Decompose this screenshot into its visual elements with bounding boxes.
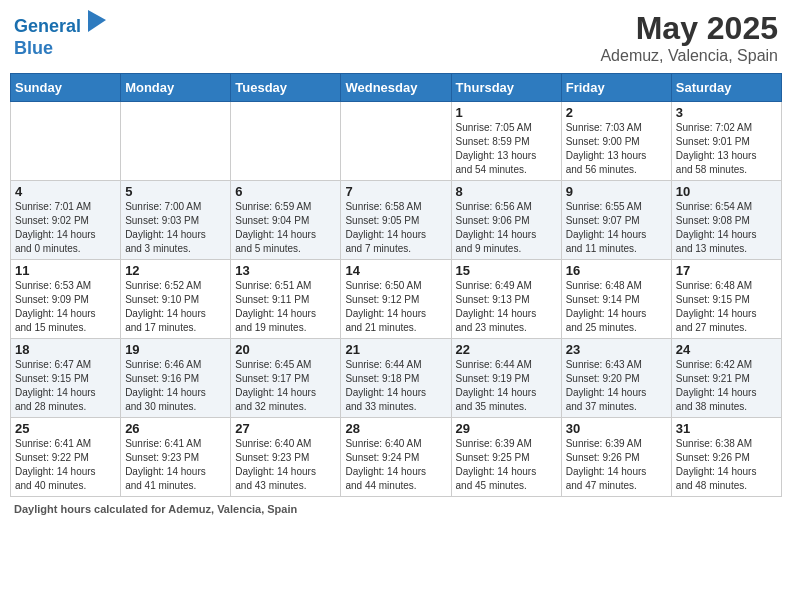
calendar-cell: 30Sunrise: 6:39 AM Sunset: 9:26 PM Dayli… — [561, 418, 671, 497]
calendar-cell: 23Sunrise: 6:43 AM Sunset: 9:20 PM Dayli… — [561, 339, 671, 418]
calendar-cell: 16Sunrise: 6:48 AM Sunset: 9:14 PM Dayli… — [561, 260, 671, 339]
calendar-cell — [341, 102, 451, 181]
day-number: 10 — [676, 184, 777, 199]
day-number: 12 — [125, 263, 226, 278]
day-header-saturday: Saturday — [671, 74, 781, 102]
day-info: Sunrise: 6:40 AM Sunset: 9:23 PM Dayligh… — [235, 437, 336, 493]
day-number: 14 — [345, 263, 446, 278]
day-info: Sunrise: 6:44 AM Sunset: 9:18 PM Dayligh… — [345, 358, 446, 414]
calendar-cell: 5Sunrise: 7:00 AM Sunset: 9:03 PM Daylig… — [121, 181, 231, 260]
logo-icon — [88, 10, 106, 32]
day-number: 15 — [456, 263, 557, 278]
day-number: 17 — [676, 263, 777, 278]
calendar-cell: 8Sunrise: 6:56 AM Sunset: 9:06 PM Daylig… — [451, 181, 561, 260]
day-number: 5 — [125, 184, 226, 199]
calendar-cell: 24Sunrise: 6:42 AM Sunset: 9:21 PM Dayli… — [671, 339, 781, 418]
calendar-cell: 19Sunrise: 6:46 AM Sunset: 9:16 PM Dayli… — [121, 339, 231, 418]
calendar-cell: 2Sunrise: 7:03 AM Sunset: 9:00 PM Daylig… — [561, 102, 671, 181]
day-number: 27 — [235, 421, 336, 436]
day-number: 13 — [235, 263, 336, 278]
day-info: Sunrise: 6:59 AM Sunset: 9:04 PM Dayligh… — [235, 200, 336, 256]
day-info: Sunrise: 6:44 AM Sunset: 9:19 PM Dayligh… — [456, 358, 557, 414]
calendar-week-row: 4Sunrise: 7:01 AM Sunset: 9:02 PM Daylig… — [11, 181, 782, 260]
day-info: Sunrise: 6:46 AM Sunset: 9:16 PM Dayligh… — [125, 358, 226, 414]
calendar-cell: 9Sunrise: 6:55 AM Sunset: 9:07 PM Daylig… — [561, 181, 671, 260]
day-info: Sunrise: 6:53 AM Sunset: 9:09 PM Dayligh… — [15, 279, 116, 335]
calendar-cell: 6Sunrise: 6:59 AM Sunset: 9:04 PM Daylig… — [231, 181, 341, 260]
calendar-cell: 22Sunrise: 6:44 AM Sunset: 9:19 PM Dayli… — [451, 339, 561, 418]
day-number: 19 — [125, 342, 226, 357]
day-info: Sunrise: 6:41 AM Sunset: 9:23 PM Dayligh… — [125, 437, 226, 493]
calendar-header-row: SundayMondayTuesdayWednesdayThursdayFrid… — [11, 74, 782, 102]
calendar-cell — [121, 102, 231, 181]
day-info: Sunrise: 6:41 AM Sunset: 9:22 PM Dayligh… — [15, 437, 116, 493]
day-number: 4 — [15, 184, 116, 199]
calendar-cell: 4Sunrise: 7:01 AM Sunset: 9:02 PM Daylig… — [11, 181, 121, 260]
day-number: 8 — [456, 184, 557, 199]
day-number: 1 — [456, 105, 557, 120]
day-info: Sunrise: 6:58 AM Sunset: 9:05 PM Dayligh… — [345, 200, 446, 256]
logo-text: General — [14, 10, 106, 38]
calendar-cell: 25Sunrise: 6:41 AM Sunset: 9:22 PM Dayli… — [11, 418, 121, 497]
calendar-week-row: 18Sunrise: 6:47 AM Sunset: 9:15 PM Dayli… — [11, 339, 782, 418]
calendar-week-row: 11Sunrise: 6:53 AM Sunset: 9:09 PM Dayli… — [11, 260, 782, 339]
day-info: Sunrise: 7:01 AM Sunset: 9:02 PM Dayligh… — [15, 200, 116, 256]
day-number: 20 — [235, 342, 336, 357]
day-info: Sunrise: 6:47 AM Sunset: 9:15 PM Dayligh… — [15, 358, 116, 414]
calendar-cell: 17Sunrise: 6:48 AM Sunset: 9:15 PM Dayli… — [671, 260, 781, 339]
logo-general: General — [14, 16, 81, 36]
day-number: 2 — [566, 105, 667, 120]
calendar-cell: 28Sunrise: 6:40 AM Sunset: 9:24 PM Dayli… — [341, 418, 451, 497]
day-number: 16 — [566, 263, 667, 278]
calendar-cell: 29Sunrise: 6:39 AM Sunset: 9:25 PM Dayli… — [451, 418, 561, 497]
day-info: Sunrise: 6:50 AM Sunset: 9:12 PM Dayligh… — [345, 279, 446, 335]
day-info: Sunrise: 6:43 AM Sunset: 9:20 PM Dayligh… — [566, 358, 667, 414]
calendar-cell: 21Sunrise: 6:44 AM Sunset: 9:18 PM Dayli… — [341, 339, 451, 418]
day-info: Sunrise: 6:49 AM Sunset: 9:13 PM Dayligh… — [456, 279, 557, 335]
day-number: 3 — [676, 105, 777, 120]
day-number: 28 — [345, 421, 446, 436]
footer-label: Daylight hours — [14, 503, 91, 515]
footer-description: calculated for — [94, 503, 168, 515]
day-info: Sunrise: 6:42 AM Sunset: 9:21 PM Dayligh… — [676, 358, 777, 414]
calendar-cell: 20Sunrise: 6:45 AM Sunset: 9:17 PM Dayli… — [231, 339, 341, 418]
calendar-cell: 27Sunrise: 6:40 AM Sunset: 9:23 PM Dayli… — [231, 418, 341, 497]
calendar-cell: 15Sunrise: 6:49 AM Sunset: 9:13 PM Dayli… — [451, 260, 561, 339]
calendar-cell: 7Sunrise: 6:58 AM Sunset: 9:05 PM Daylig… — [341, 181, 451, 260]
day-number: 21 — [345, 342, 446, 357]
day-header-thursday: Thursday — [451, 74, 561, 102]
day-info: Sunrise: 6:48 AM Sunset: 9:15 PM Dayligh… — [676, 279, 777, 335]
day-info: Sunrise: 6:51 AM Sunset: 9:11 PM Dayligh… — [235, 279, 336, 335]
calendar-cell: 12Sunrise: 6:52 AM Sunset: 9:10 PM Dayli… — [121, 260, 231, 339]
calendar-cell: 3Sunrise: 7:02 AM Sunset: 9:01 PM Daylig… — [671, 102, 781, 181]
day-number: 29 — [456, 421, 557, 436]
day-number: 31 — [676, 421, 777, 436]
day-number: 11 — [15, 263, 116, 278]
day-info: Sunrise: 6:45 AM Sunset: 9:17 PM Dayligh… — [235, 358, 336, 414]
logo: General Blue — [14, 10, 106, 59]
day-info: Sunrise: 7:05 AM Sunset: 8:59 PM Dayligh… — [456, 121, 557, 177]
day-info: Sunrise: 6:40 AM Sunset: 9:24 PM Dayligh… — [345, 437, 446, 493]
day-number: 18 — [15, 342, 116, 357]
calendar-cell: 14Sunrise: 6:50 AM Sunset: 9:12 PM Dayli… — [341, 260, 451, 339]
day-number: 22 — [456, 342, 557, 357]
day-info: Sunrise: 6:56 AM Sunset: 9:06 PM Dayligh… — [456, 200, 557, 256]
day-header-friday: Friday — [561, 74, 671, 102]
logo-blue: Blue — [14, 38, 106, 60]
calendar-cell — [231, 102, 341, 181]
day-number: 26 — [125, 421, 226, 436]
day-header-tuesday: Tuesday — [231, 74, 341, 102]
day-info: Sunrise: 6:52 AM Sunset: 9:10 PM Dayligh… — [125, 279, 226, 335]
day-number: 6 — [235, 184, 336, 199]
page-title: May 2025 — [600, 10, 778, 47]
page-header: General Blue May 2025 Ademuz, Valencia, … — [10, 10, 782, 65]
day-number: 23 — [566, 342, 667, 357]
footer-location: Ademuz, Valencia, Spain — [168, 503, 297, 515]
day-info: Sunrise: 6:39 AM Sunset: 9:26 PM Dayligh… — [566, 437, 667, 493]
day-number: 9 — [566, 184, 667, 199]
calendar-week-row: 1Sunrise: 7:05 AM Sunset: 8:59 PM Daylig… — [11, 102, 782, 181]
day-info: Sunrise: 6:54 AM Sunset: 9:08 PM Dayligh… — [676, 200, 777, 256]
title-area: May 2025 Ademuz, Valencia, Spain — [600, 10, 778, 65]
calendar-cell: 31Sunrise: 6:38 AM Sunset: 9:26 PM Dayli… — [671, 418, 781, 497]
calendar-cell: 18Sunrise: 6:47 AM Sunset: 9:15 PM Dayli… — [11, 339, 121, 418]
